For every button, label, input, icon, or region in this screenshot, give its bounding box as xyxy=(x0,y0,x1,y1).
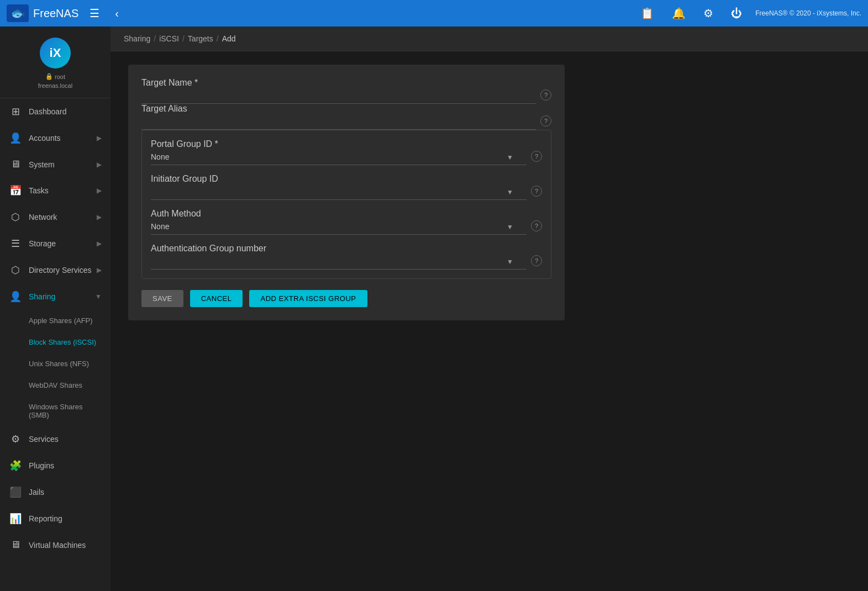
sidebar-item-directory-services[interactable]: ⬡ Directory Services ▶ xyxy=(0,257,111,283)
sidebar-item-label: Network xyxy=(29,213,57,221)
auth-method-select[interactable]: None xyxy=(151,219,527,235)
sidebar-item-network[interactable]: ⬡ Network ▶ xyxy=(0,204,111,230)
logo-icon: 🐟 xyxy=(7,4,29,22)
storage-icon: ☰ xyxy=(9,238,22,250)
breadcrumb-add: Add xyxy=(222,34,236,43)
user-lock: 🔒 root xyxy=(45,73,65,80)
chevron-right-icon: ▶ xyxy=(97,134,102,142)
sidebar-item-label: Storage xyxy=(29,239,56,248)
chevron-down-icon: ▼ xyxy=(95,293,102,300)
reporting-icon: 📊 xyxy=(9,513,22,525)
auth-method-help-icon[interactable]: ? xyxy=(531,220,542,231)
cancel-button[interactable]: CANCEL xyxy=(190,290,243,307)
sidebar-item-services[interactable]: ⚙ Services xyxy=(0,426,111,452)
sidebar-item-label: Jails xyxy=(29,488,44,497)
target-alias-input[interactable] xyxy=(141,114,536,130)
sidebar-subitem-webdav[interactable]: WebDAV Shares xyxy=(0,374,111,396)
sidebar-subitem-smb[interactable]: Windows Shares (SMB) xyxy=(0,396,111,426)
initiator-group-id-label: Initiator Group ID xyxy=(151,174,218,183)
portal-group-help-icon[interactable]: ? xyxy=(531,151,542,162)
chevron-right-icon: ▶ xyxy=(97,161,102,168)
sidebar-item-virtual-machines[interactable]: 🖥 Virtual Machines xyxy=(0,532,111,558)
back-icon[interactable]: ‹ xyxy=(111,5,123,22)
avatar: iX xyxy=(40,38,71,68)
vm-icon: 🖥 xyxy=(9,539,22,551)
chevron-right-icon: ▶ xyxy=(97,213,102,221)
breadcrumb: Sharing / iSCSI / Targets / Add xyxy=(111,27,868,51)
sidebar-subitem-afp[interactable]: Apple Shares (AFP) xyxy=(0,310,111,331)
sidebar-item-label: Sharing xyxy=(29,292,55,301)
chevron-right-icon: ▶ xyxy=(97,187,102,194)
topbar: 🐟 FreeNAS ☰ ‹ 📋 🔔 ⚙ ⏻ FreeNAS® © 2020 - … xyxy=(0,0,868,27)
sidebar-item-accounts[interactable]: 👤 Accounts ▶ xyxy=(0,125,111,151)
sidebar-item-label: Accounts xyxy=(29,134,61,143)
menu-icon[interactable]: ☰ xyxy=(85,4,104,22)
sidebar-item-system[interactable]: 🖥 System ▶ xyxy=(0,151,111,177)
auth-group-number-field: Authentication Group number ▼ ? xyxy=(151,244,542,270)
sharing-icon: 👤 xyxy=(9,291,22,303)
sidebar-item-label: Tasks xyxy=(29,186,49,195)
user-host: freenas.local xyxy=(38,82,72,89)
target-alias-help-icon[interactable]: ? xyxy=(540,115,551,126)
sidebar-item-tasks[interactable]: 📅 Tasks ▶ xyxy=(0,177,111,204)
power-icon[interactable]: ⏻ xyxy=(727,5,746,22)
brand-text: FreeNAS® © 2020 - iXsystems, Inc. xyxy=(755,9,861,17)
notifications-icon[interactable]: 🔔 xyxy=(667,4,690,22)
logo: 🐟 FreeNAS xyxy=(7,4,78,22)
target-name-label: Target Name * xyxy=(141,78,198,87)
portal-group-id-select[interactable]: None xyxy=(151,149,527,165)
initiator-group-id-select[interactable] xyxy=(151,184,527,200)
chevron-right-icon: ▶ xyxy=(97,266,102,274)
plugins-icon: 🧩 xyxy=(9,460,22,472)
sidebar-item-reporting[interactable]: 📊 Reporting xyxy=(0,505,111,532)
initiator-group-id-field: Initiator Group ID ▼ ? xyxy=(151,174,542,200)
sidebar-subitem-iscsi[interactable]: Block Shares (iSCSI) xyxy=(0,331,111,353)
sidebar-item-label: Services xyxy=(29,435,59,444)
chevron-right-icon: ▶ xyxy=(97,240,102,247)
sidebar-item-label: Dashboard xyxy=(29,107,67,116)
auth-group-number-select[interactable] xyxy=(151,254,527,270)
sidebar-item-label: Virtual Machines xyxy=(29,541,86,550)
breadcrumb-iscsi[interactable]: iSCSI xyxy=(159,34,179,43)
dashboard-icon: ⊞ xyxy=(9,105,22,118)
sidebar-item-label: Plugins xyxy=(29,461,54,470)
user-section: iX 🔒 root freenas.local xyxy=(0,27,111,98)
auth-group-help-icon[interactable]: ? xyxy=(531,255,542,266)
initiator-group-help-icon[interactable]: ? xyxy=(531,186,542,197)
sidebar-item-storage[interactable]: ☰ Storage ▶ xyxy=(0,230,111,257)
main-content: Sharing / iSCSI / Targets / Add Target N… xyxy=(111,27,868,591)
sidebar-item-label: Reporting xyxy=(29,514,62,523)
auth-method-label: Auth Method xyxy=(151,209,201,218)
tasks-icon: 📅 xyxy=(9,184,22,197)
portal-group-id-label: Portal Group ID * xyxy=(151,139,218,149)
button-row: SAVE CANCEL ADD EXTRA ISCSI GROUP xyxy=(141,290,551,307)
form-container: Target Name * ? Target Alias ? xyxy=(111,51,868,334)
target-name-field: Target Name * ? xyxy=(141,78,551,104)
target-name-input[interactable] xyxy=(141,88,536,104)
sidebar-item-label: Directory Services xyxy=(29,266,92,275)
sidebar-item-label: System xyxy=(29,160,55,169)
sidebar-subitem-nfs[interactable]: Unix Shares (NFS) xyxy=(0,353,111,374)
sidebar-item-plugins[interactable]: 🧩 Plugins xyxy=(0,452,111,479)
breadcrumb-sharing[interactable]: Sharing xyxy=(124,34,150,43)
sidebar-item-jails[interactable]: ⬛ Jails xyxy=(0,479,111,505)
portal-group-id-field: Portal Group ID * None ▼ ? xyxy=(151,139,542,165)
accounts-icon: 👤 xyxy=(9,132,22,144)
topbar-left: 🐟 FreeNAS ☰ ‹ xyxy=(7,4,123,22)
services-icon: ⚙ xyxy=(9,433,22,445)
save-button[interactable]: SAVE xyxy=(141,290,183,307)
system-icon: 🖥 xyxy=(9,159,22,170)
sidebar-item-dashboard[interactable]: ⊞ Dashboard xyxy=(0,98,111,125)
target-name-help-icon[interactable]: ? xyxy=(540,89,551,101)
network-icon: ⬡ xyxy=(9,211,22,223)
breadcrumb-targets[interactable]: Targets xyxy=(188,34,213,43)
logo-text: FreeNAS xyxy=(33,7,78,20)
group-section: Portal Group ID * None ▼ ? xyxy=(141,130,551,279)
auth-group-number-label: Authentication Group number xyxy=(151,244,266,253)
sidebar: iX 🔒 root freenas.local ⊞ Dashboard 👤 Ac… xyxy=(0,27,111,591)
add-extra-iscsi-group-button[interactable]: ADD EXTRA ISCSI GROUP xyxy=(249,290,367,307)
sidebar-item-sharing[interactable]: 👤 Sharing ▼ xyxy=(0,283,111,310)
form-card: Target Name * ? Target Alias ? xyxy=(128,65,565,320)
notes-icon[interactable]: 📋 xyxy=(636,4,659,22)
settings-icon[interactable]: ⚙ xyxy=(699,4,718,22)
